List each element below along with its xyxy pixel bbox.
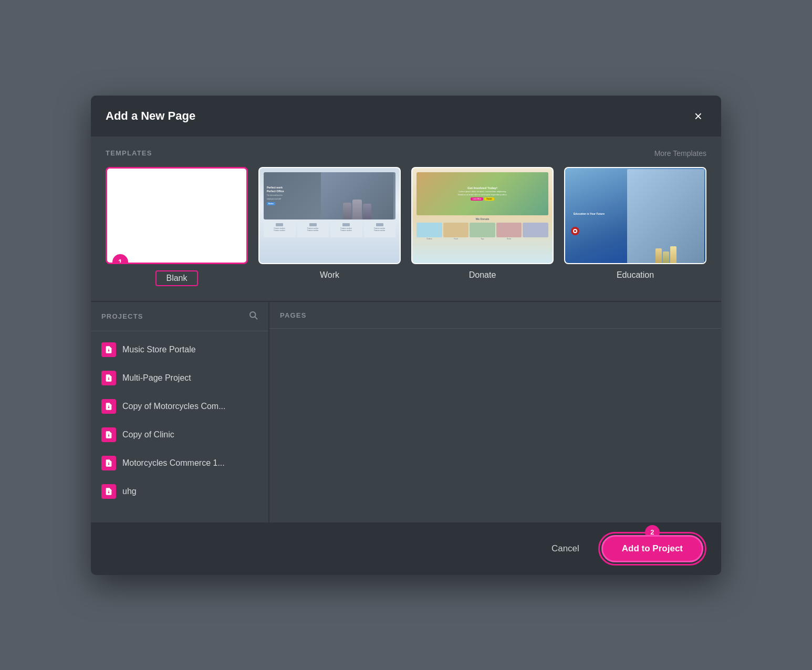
project-icon-uhg [101, 484, 116, 499]
project-item-clinic-copy[interactable]: Copy of Clinic [91, 421, 268, 449]
donate-hero-text: Get Involved Today!Lorem ipsum dolor sit… [457, 186, 507, 201]
project-item-uhg[interactable]: uhg [91, 477, 268, 506]
project-icon-multi-page [101, 371, 116, 385]
close-button[interactable]: × [690, 107, 706, 125]
donate-hero: Get Involved Today!Lorem ipsum dolor sit… [417, 172, 548, 216]
svg-line-1 [255, 317, 257, 319]
work-feature-2: Feature number Feature number [297, 222, 329, 237]
project-item-motorcycles-1[interactable]: Motorcycles Commerce 1... [91, 449, 268, 477]
project-icon-motorcycles-1 [101, 456, 116, 470]
templates-header: TEMPLATES More Templates [106, 149, 706, 158]
svg-point-12 [108, 491, 110, 493]
modal-dialog: Add a New Page × TEMPLATES More Template… [91, 96, 721, 575]
edu-preview: Education is Your Future About Our Unive… [565, 168, 705, 263]
project-name-music-store: Music Store Portale [122, 345, 196, 354]
donate-we-donate: We Donate Clothes Food [417, 217, 548, 240]
modal-title: Add a New Page [106, 109, 195, 123]
templates-label: TEMPLATES [106, 149, 152, 157]
svg-point-4 [108, 378, 110, 380]
edu-hero-text-wrap: Education is Your Future [571, 210, 607, 217]
projects-list: Music Store Portale Multi-Page Project C… [91, 331, 268, 522]
work-feature-1: Feature number Feature number [264, 222, 296, 237]
project-name-clinic-copy: Copy of Clinic [122, 430, 174, 439]
projects-search-button[interactable] [248, 310, 258, 322]
donate-category-labels: Clothes Food Toys Home [417, 238, 548, 240]
template-education-label: Education [617, 270, 654, 280]
donate-categories [417, 223, 548, 237]
modal-header: Add a New Page × [91, 96, 721, 137]
project-name-multi-page: Multi-Page Project [122, 373, 191, 383]
project-item-motorcycles-copy[interactable]: Copy of Motorcycles Com... [91, 392, 268, 421]
edu-hero: Education is Your Future [569, 172, 701, 220]
template-donate-thumb: Get Involved Today!Lorem ipsum dolor sit… [411, 167, 554, 264]
projects-label: PROJECTS [101, 312, 143, 320]
projects-panel-header: PROJECTS [91, 302, 268, 331]
blank-preview [107, 169, 246, 263]
templates-grid: 1 Blank Perfect workPerfect OfficeThe be… [106, 167, 706, 286]
add-to-project-wrapper: 2 Add to Project [598, 532, 706, 566]
templates-section: TEMPLATES More Templates 1 Blank Perfect… [91, 137, 721, 302]
project-icon-clinic-copy [101, 427, 116, 442]
template-work-thumb: Perfect workPerfect OfficeThe best workf… [258, 167, 401, 264]
project-icon-music-store [101, 342, 116, 357]
pages-panel: PAGES [269, 302, 721, 522]
add-to-project-button[interactable]: Add to Project [601, 535, 703, 562]
pages-label: PAGES [280, 311, 307, 319]
template-blank-label: Blank [155, 270, 197, 286]
edu-hero-image [627, 172, 701, 220]
template-work[interactable]: Perfect workPerfect OfficeThe best workf… [258, 167, 401, 286]
work-hero-people [321, 172, 393, 220]
work-feature-4: Feature number Feature number [364, 222, 396, 237]
work-hero-text: Perfect workPerfect OfficeThe best workf… [267, 186, 284, 205]
edu-hero-text: Education is Your Future [574, 212, 605, 215]
template-education-thumb: Education is Your Future About Our Unive… [564, 167, 706, 264]
template-work-label: Work [320, 270, 339, 280]
svg-point-6 [108, 406, 110, 408]
projects-panel: PROJECTS Music Store Portale [91, 302, 269, 522]
project-name-motorcycles-copy: Copy of Motorcycles Com... [122, 402, 226, 411]
cancel-button[interactable]: Cancel [541, 538, 590, 559]
pages-panel-header: PAGES [269, 302, 721, 329]
more-templates-button[interactable]: More Templates [654, 149, 706, 158]
template-donate[interactable]: Get Involved Today!Lorem ipsum dolor sit… [411, 167, 554, 286]
work-features: Feature number Feature number Feature nu… [264, 222, 395, 237]
project-item-multi-page[interactable]: Multi-Page Project [91, 364, 268, 392]
modal-footer: Cancel 2 Add to Project [91, 522, 721, 575]
template-blank-thumb: 1 [106, 167, 248, 264]
project-name-uhg: uhg [122, 487, 137, 496]
svg-point-8 [108, 435, 110, 436]
work-preview: Perfect workPerfect OfficeThe best workf… [259, 168, 400, 263]
donate-preview: Get Involved Today!Lorem ipsum dolor sit… [412, 168, 553, 263]
work-hero: Perfect workPerfect OfficeThe best workf… [264, 172, 395, 220]
template-education[interactable]: Education is Your Future About Our Unive… [564, 167, 706, 286]
svg-point-2 [108, 350, 110, 351]
work-feature-3: Feature number Feature number [330, 222, 362, 237]
template-donate-label: Donate [469, 270, 496, 280]
template-blank[interactable]: 1 Blank [106, 167, 248, 286]
project-name-motorcycles-1: Motorcycles Commerce 1... [122, 458, 225, 468]
bottom-section: PROJECTS Music Store Portale [91, 302, 721, 522]
svg-point-10 [108, 463, 110, 465]
project-item-music-store[interactable]: Music Store Portale [91, 336, 268, 364]
project-icon-motorcycles-copy [101, 399, 116, 414]
